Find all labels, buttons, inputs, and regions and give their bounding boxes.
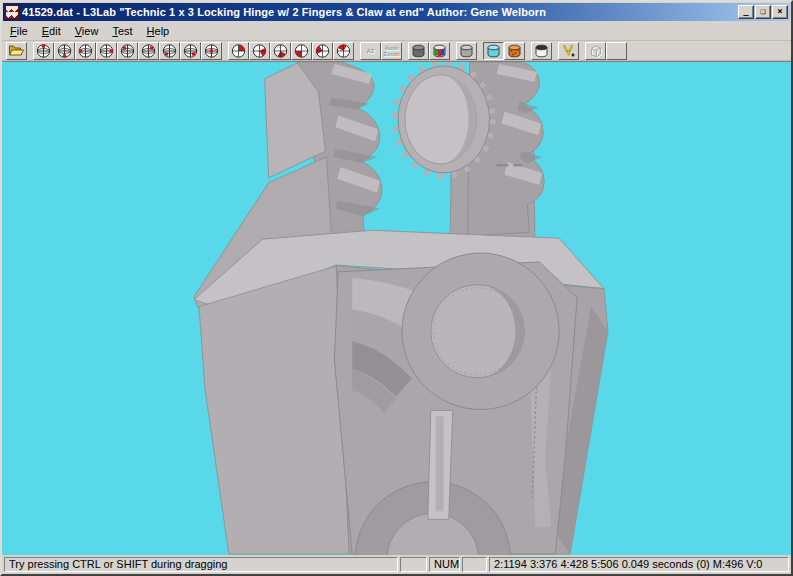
application-window: 41529.dat - L3Lab "Technic 1 x 3 Locking…	[0, 0, 793, 576]
globe-axes-icon	[35, 43, 52, 59]
shading-multicolor-button[interactable]	[429, 42, 450, 60]
view-orientation-9-button[interactable]	[201, 42, 222, 60]
finger-seam	[513, 164, 522, 166]
red-sphere-icon	[314, 43, 331, 59]
menu-view[interactable]: View	[68, 23, 106, 40]
texture-orange-button[interactable]	[504, 42, 525, 60]
globe-axes-icon	[77, 43, 94, 59]
axle-slot-inner	[436, 416, 444, 511]
shading-white-button[interactable]	[531, 42, 552, 60]
open-folder-icon	[8, 43, 25, 59]
window-title: 41529.dat - L3Lab "Technic 1 x 3 Locking…	[22, 6, 737, 18]
wireframe-box-button	[585, 42, 606, 60]
globe-axes-icon	[119, 43, 136, 59]
view-orientation-4-button[interactable]	[96, 42, 117, 60]
az-text: AZ	[367, 48, 375, 54]
red-sphere-icon	[272, 43, 289, 59]
minimize-button[interactable]: _	[738, 5, 754, 19]
globe-axes-icon	[161, 43, 178, 59]
view-axis-3-button[interactable]	[270, 42, 291, 60]
shading-gray-button[interactable]	[456, 42, 477, 60]
wire-cube-icon	[587, 43, 604, 59]
menu-edit[interactable]: Edit	[35, 23, 68, 40]
cyan-cylinder-icon	[485, 43, 502, 59]
red-sphere-icon	[293, 43, 310, 59]
status-pane-empty-1	[400, 557, 427, 572]
lighting-button[interactable]	[558, 42, 579, 60]
red-sphere-icon	[230, 43, 247, 59]
red-sphere-icon	[335, 43, 352, 59]
status-stats: 2:1194 3:376 4:428 5:506 0.049 seconds (…	[489, 557, 789, 572]
menu-bar: FileEditViewTestHelp	[2, 22, 791, 41]
auto-zoom-text: AutoZoom	[383, 45, 399, 57]
finger-seam	[496, 164, 508, 166]
view-orientation-6-button[interactable]	[138, 42, 159, 60]
globe-axes-icon	[56, 43, 73, 59]
blank-button[interactable]	[606, 42, 627, 60]
view-axis-6-button[interactable]	[333, 42, 354, 60]
view-axis-4-button[interactable]	[291, 42, 312, 60]
view-orientation-5-button[interactable]	[117, 42, 138, 60]
open-file-button[interactable]	[6, 42, 27, 60]
title-bar[interactable]: 41529.dat - L3Lab "Technic 1 x 3 Locking…	[3, 3, 790, 21]
menu-test[interactable]: Test	[105, 23, 139, 40]
model-3d-technic-hinge[interactable]	[2, 62, 791, 555]
viewport-3d[interactable]	[2, 61, 791, 555]
az-button: AZ	[360, 42, 381, 60]
background-cyan-button[interactable]	[483, 42, 504, 60]
globe-axes-icon	[98, 43, 115, 59]
view-orientation-1-button[interactable]	[33, 42, 54, 60]
auto-zoom-button: AutoZoom	[381, 42, 402, 60]
gray-cylinder-icon	[458, 43, 475, 59]
view-orientation-7-button[interactable]	[159, 42, 180, 60]
view-orientation-3-button[interactable]	[75, 42, 96, 60]
globe-axes-icon	[203, 43, 220, 59]
menu-help[interactable]: Help	[140, 23, 177, 40]
status-message: Try pressing CTRL or SHIFT during draggi…	[4, 557, 398, 572]
globe-axes-icon	[182, 43, 199, 59]
app-icon[interactable]	[5, 5, 19, 19]
view-orientation-8-button[interactable]	[180, 42, 201, 60]
multicolor-cylinder-icon	[431, 43, 448, 59]
globe-axes-icon	[140, 43, 157, 59]
view-orientation-2-button[interactable]	[54, 42, 75, 60]
status-num-indicator: NUM	[429, 557, 460, 572]
dark-cylinder-icon	[410, 43, 427, 59]
view-axis-1-button[interactable]	[228, 42, 249, 60]
view-axis-2-button[interactable]	[249, 42, 270, 60]
status-bar: Try pressing CTRL or SHIFT during draggi…	[2, 555, 791, 574]
view-axis-5-button[interactable]	[312, 42, 333, 60]
red-sphere-icon	[251, 43, 268, 59]
status-pane-empty-2	[462, 557, 487, 572]
yellow-spark-icon	[560, 43, 577, 59]
toolbar: AZAutoZoom	[2, 41, 791, 61]
orange-dotted-cylinder-icon	[506, 43, 523, 59]
white-cylinder-icon	[533, 43, 550, 59]
shading-dark-button[interactable]	[408, 42, 429, 60]
menu-file[interactable]: File	[3, 23, 35, 40]
restore-button[interactable]: ❏	[755, 5, 771, 19]
close-button[interactable]: ×	[772, 5, 788, 19]
